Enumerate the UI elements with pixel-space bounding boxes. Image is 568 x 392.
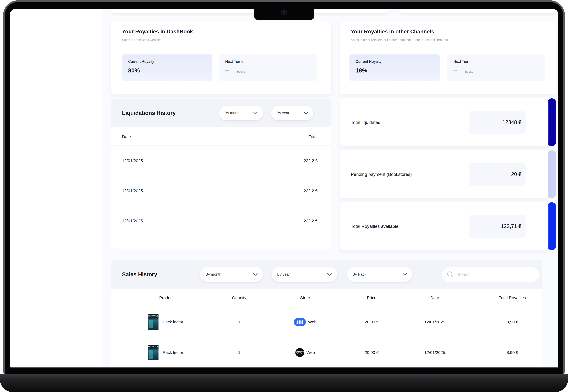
column-header-royalties: Total Royalties <box>499 295 526 300</box>
product-cell: FREESTYLE Pack lector <box>148 337 183 367</box>
table-row: FREESTYLE Pack lector 1 Web <box>111 307 542 337</box>
table-row: 12/01/2025 222,2 € <box>111 176 331 206</box>
royalties-other-card: Your Royalties in other Channels Sales i… <box>340 21 556 94</box>
stat-label: Total liquidated <box>351 120 380 125</box>
stat-value-box: 122,71 € <box>469 215 525 238</box>
current-royalty-value: 30% <box>128 67 140 74</box>
table-row: 12/01/2025 222,2 € <box>111 146 331 176</box>
card-subtitle: Sales in DashBook website <box>122 38 161 42</box>
product-cell: FREESTYLE Pack lector <box>148 307 183 337</box>
table-row: 12/01/2025 222,2 € <box>111 206 331 236</box>
royalties-value: 8,90 € <box>507 350 518 355</box>
price-value: 20,90 € <box>365 350 379 355</box>
liquidation-total: 222,2 € <box>304 158 318 163</box>
screen: Your Royalties in DashBook Sales in Dash… <box>10 9 558 367</box>
store-name: Web <box>308 320 317 324</box>
stat-card-pending-payment: Pending payment (Bookstores) 20 € <box>340 150 556 198</box>
next-tier-value: -- <box>453 67 457 74</box>
liquidation-total: 222,2 € <box>304 188 318 193</box>
stat-value-box: 20 € <box>469 163 525 186</box>
store-name: Web <box>306 350 315 355</box>
filter-by-pack[interactable]: By Pack <box>347 267 412 282</box>
dashbook-store-icon <box>293 318 306 326</box>
sales-panel: Sales History By month By year By Pack <box>111 260 542 367</box>
liquidation-date: 12/01/2025 <box>122 158 143 163</box>
amazon-logo-text: amazon <box>295 350 304 353</box>
stat-value-box: 12348 € <box>469 111 525 134</box>
date-value: 12/01/2025 <box>424 320 445 324</box>
chevron-down-icon <box>253 273 258 276</box>
amazon-smile-icon <box>297 353 303 355</box>
product-name: Pack lector <box>163 350 183 355</box>
price-value: 20,90 € <box>365 320 379 324</box>
date-value: 12/01/2025 <box>424 350 445 355</box>
column-header-date: Date <box>122 134 131 139</box>
store-cell: Web <box>293 318 317 326</box>
quantity-value: 1 <box>238 320 240 324</box>
royalties-value: 8,90 € <box>507 320 518 324</box>
filter-by-month-label: By month <box>205 272 221 277</box>
book-cover-title: FREESTYLE <box>148 346 159 347</box>
stat-label: Pending payment (Bookstores) <box>351 172 412 177</box>
book-cover-thumbnail: FREESTYLE <box>148 314 159 330</box>
next-tier-tile: Next Tier In -- books <box>447 55 545 81</box>
card-subtitle: Sales in other retailers or libraries: A… <box>351 38 449 42</box>
book-cover-thumbnail: FREESTYLE <box>148 345 159 360</box>
current-royalty-tile: Current Royalty 30% <box>122 55 212 81</box>
stat-accent-bar <box>547 98 556 146</box>
filter-by-year-label: By year <box>277 272 290 277</box>
column-header-total: Total <box>309 134 318 139</box>
sales-title: Sales History <box>122 271 157 278</box>
filter-by-month[interactable]: By month <box>219 106 263 120</box>
current-royalty-tile: Current Royalty 18% <box>350 55 440 81</box>
column-header-quantity: Quanity <box>232 295 246 300</box>
filter-by-month-label: By month <box>225 111 240 115</box>
stat-accent-bar <box>547 202 556 250</box>
stat-value: 12348 € <box>502 119 521 125</box>
store-cell: amazon Web <box>295 348 315 357</box>
liquidation-date: 12/01/2025 <box>122 219 143 223</box>
camera-icon <box>281 9 287 15</box>
liquidations-panel: Liquidations History By month By year Da… <box>111 99 331 249</box>
next-tier-label: Next Tier In <box>225 59 244 64</box>
search-input[interactable] <box>457 272 524 277</box>
amazon-store-icon: amazon <box>295 348 304 357</box>
liquidations-title: Liquidations History <box>122 110 176 116</box>
current-royalty-label: Current Royalty <box>356 59 382 64</box>
stat-value: 122,71 € <box>501 223 521 229</box>
stat-accent-bar <box>547 150 556 198</box>
chevron-down-icon <box>304 112 308 114</box>
filter-by-pack-label: By Pack <box>352 272 366 277</box>
chevron-down-icon <box>327 273 332 276</box>
chevron-down-icon <box>253 112 258 114</box>
search-box[interactable] <box>442 267 539 282</box>
webcam-notch <box>254 9 314 20</box>
current-royalty-value: 18% <box>356 67 367 74</box>
table-row: FREESTYLE Pack lector 1 amazon <box>111 337 542 367</box>
sales-header: Sales History By month By year By Pack <box>111 260 542 289</box>
card-title: Your Royalties in other Channels <box>351 29 434 35</box>
next-tier-unit: books <box>237 70 245 73</box>
liquidations-header: Liquidations History By month By year <box>111 99 331 127</box>
next-tier-value: -- <box>225 67 229 74</box>
filter-by-month[interactable]: By month <box>200 267 263 282</box>
scrolled-card-partial <box>111 9 389 14</box>
column-header-price: Price <box>367 295 376 300</box>
laptop-base <box>0 374 568 392</box>
search-icon <box>447 271 454 278</box>
liquidation-date: 12/01/2025 <box>122 188 143 193</box>
filter-by-year[interactable]: By year <box>272 267 337 282</box>
stat-value: 20 € <box>511 171 521 177</box>
quantity-value: 1 <box>238 350 240 355</box>
scrolled-card-partial <box>399 9 556 14</box>
stat-label: Total Royalties available <box>351 224 398 229</box>
stat-card-royalties-available: Total Royalties available 122,71 € <box>340 202 556 250</box>
next-tier-unit: books <box>465 70 473 73</box>
laptop-device: Your Royalties in DashBook Sales in Dash… <box>0 0 568 392</box>
sales-table-header: Product Quanity Store Price Date Total R… <box>111 289 542 307</box>
next-tier-label: Next Tier In <box>453 59 472 64</box>
liquidations-table: Date Total 12/01/2025 222,2 € 12/01/2025… <box>111 127 331 249</box>
current-royalty-label: Current Royalty <box>128 59 154 64</box>
filter-by-year[interactable]: By year <box>271 106 313 120</box>
chevron-down-icon <box>403 273 407 276</box>
